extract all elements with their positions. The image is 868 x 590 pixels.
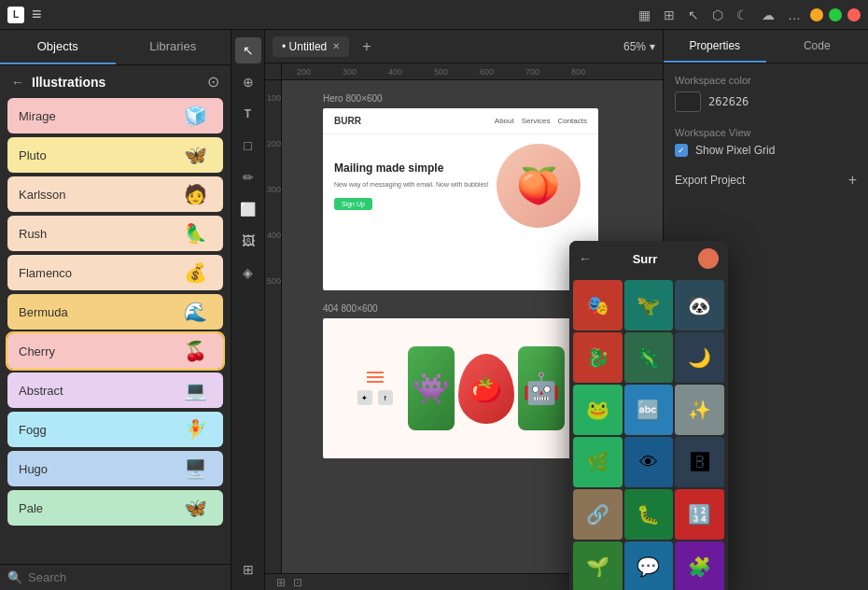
menu-icon[interactable]: ≡ [32,5,42,24]
hero-body: Mailing made simple New way of messaging… [323,134,598,237]
cell-17[interactable]: 💬 [624,541,674,590]
bottom-icon-1[interactable]: ⊞ [273,576,289,589]
tool-frame[interactable]: ⬜ [235,196,261,222]
illus-label-pale: Pale [19,501,43,515]
tab-add-icon[interactable]: + [357,38,376,55]
header-action-icon[interactable]: ⊙ [207,73,219,91]
illus-thumb-pale: 🦋 [173,492,217,524]
search-input[interactable] [28,570,223,584]
tool-grid-toggle[interactable]: ⊞ [235,556,261,583]
cell-13[interactable]: 🔗 [573,489,623,540]
hero-cta[interactable]: Sign Up [334,198,372,210]
maximize-button[interactable] [829,8,842,21]
tool-text[interactable]: T [235,101,261,127]
illus-item-fogg[interactable]: Fogg 🧚 [7,412,223,447]
grid-icon[interactable]: ▦ [635,6,654,24]
color-swatch[interactable] [675,91,701,112]
cell-3[interactable]: 🐼 [675,280,724,330]
canvas-tab[interactable]: • Untitled ✕ [273,36,349,57]
illus-label-pluto: Pluto [19,148,47,162]
cell-4[interactable]: 🐉 [573,332,623,383]
tool-component[interactable]: ◈ [235,260,261,286]
fp-back-icon[interactable]: ← [579,251,592,266]
bottom-icon-2[interactable]: ⊡ [289,576,306,589]
layout-icon[interactable]: ⊞ [660,6,679,24]
frame404-content: ✦ f 👾 🍅 🤖 [323,318,598,458]
hero-headline: Mailing made simple [334,162,489,176]
canvas-topbar: • Untitled ✕ + 65% ▾ [265,30,663,63]
illus-item-abstract[interactable]: Abstract 💻 [7,372,223,408]
cell-15[interactable]: 🔢 [675,489,724,540]
frame-404[interactable]: 404 800×600 ✦ f [323,318,598,458]
workspace-color-box: 262626 [675,91,857,112]
dots-icon[interactable]: … [784,6,805,24]
tab-code[interactable]: Code [766,30,869,63]
ruler-vertical: 100 200 300 400 500 [265,80,282,573]
cell-14[interactable]: 🐛 [624,489,674,540]
tab-libraries[interactable]: Libraries [116,30,231,64]
cell-2[interactable]: 🦖 [624,280,674,330]
illus-item-hugo[interactable]: Hugo 🖥️ [7,451,223,486]
tool-pen[interactable]: ✏ [235,164,261,190]
export-section: Export Project + [675,172,857,189]
menu-line-1 [367,372,384,373]
export-label: Export Project [675,174,745,187]
frame404-chars: 👾 🍅 🤖 [408,346,565,430]
illus-item-flamenco[interactable]: Flamenco 💰 [7,255,223,290]
export-add-icon[interactable]: + [848,172,857,189]
back-icon[interactable]: ← [11,75,24,90]
illus-thumb-flamenco: 💰 [173,257,217,288]
social-twitter: ✦ [357,390,372,405]
illus-item-rush[interactable]: Rush 🦜 [7,216,223,251]
cell-1[interactable]: 🎭 [573,280,623,330]
cell-9[interactable]: ✨ [675,385,724,435]
pointer-icon[interactable]: ↖ [684,6,703,24]
illus-label-abstract: Abstract [19,384,63,398]
illus-label-bermuda: Bermuda [19,305,68,319]
tool-cursor[interactable]: ↖ [235,37,261,63]
fp-avatar [698,248,719,269]
tool-zoom[interactable]: ⊕ [235,69,261,95]
cell-10[interactable]: 🌿 [573,437,623,487]
cell-5[interactable]: 🦎 [624,332,674,383]
illus-item-pale[interactable]: Pale 🦋 [7,490,223,526]
color-value: 262626 [708,95,749,108]
illus-thumb-pluto: 🦋 [173,139,217,171]
illus-thumb-karlsson: 🧑 [173,178,217,210]
floating-panel-header: ← Surr [569,241,728,276]
zoom-control[interactable]: 65% ▾ [623,40,655,53]
title-bar: L ≡ ▦ ⊞ ↖ ⬡ ☾ ☁ … [0,0,868,30]
cell-18[interactable]: 🧩 [675,541,724,590]
cell-7[interactable]: 🐸 [573,385,623,435]
tab-objects[interactable]: Objects [0,30,116,64]
cell-8[interactable]: 🔤 [624,385,674,435]
cell-6[interactable]: 🌙 [675,332,724,383]
cell-12[interactable]: 🅱 [675,437,724,487]
tab-properties[interactable]: Properties [664,30,766,63]
pixel-grid-checkbox[interactable]: ✓ [675,144,688,157]
illus-thumb-hugo: 🖥️ [173,453,217,485]
close-button[interactable] [847,8,861,21]
illus-item-pluto[interactable]: Pluto 🦋 [7,137,223,173]
show-pixel-grid-row: ✓ Show Pixel Grid [675,144,857,157]
tool-image[interactable]: 🖼 [235,228,261,254]
hero-nav: BURR About Services Contacts [323,108,598,134]
cell-16[interactable]: 🌱 [573,541,623,590]
sidebar-header: ← Illustrations ⊙ [0,65,231,98]
cloud-icon[interactable]: ☁ [758,6,778,24]
illus-item-cherry[interactable]: Cherry 🍒 [7,333,223,369]
theme-icon[interactable]: ☾ [733,6,752,24]
illus-item-karlsson[interactable]: Karlsson 🧑 [7,176,223,212]
minimize-button[interactable] [810,8,823,21]
check-icon: ✓ [678,146,685,155]
tool-shape[interactable]: □ [235,133,261,159]
illus-item-mirage[interactable]: Mirage 🧊 [7,98,223,133]
zoom-level: 65% [623,40,646,53]
frame-404-label: 404 800×600 [323,303,378,314]
cell-11[interactable]: 👁 [624,437,674,487]
frame-hero[interactable]: Hero 800×600 BURR About Services Contact… [323,108,598,290]
mask-icon[interactable]: ⬡ [708,6,727,24]
tab-close-icon[interactable]: ✕ [332,41,340,51]
illus-item-bermuda[interactable]: Bermuda 🌊 [7,294,223,330]
illus-label-mirage: Mirage [19,109,56,123]
